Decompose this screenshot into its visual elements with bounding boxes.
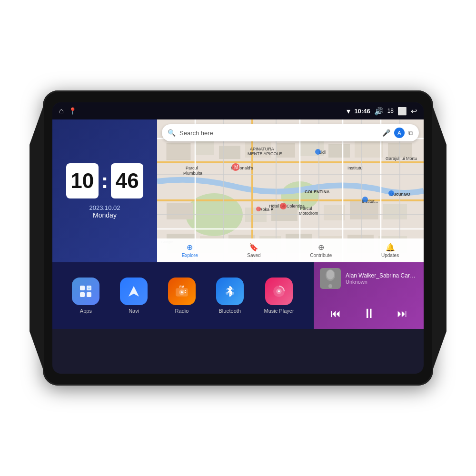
map-nav-saved[interactable]: 🔖 Saved xyxy=(247,243,260,258)
svg-rect-58 xyxy=(185,290,186,291)
account-icon[interactable]: A xyxy=(394,128,405,138)
svg-rect-16 xyxy=(350,201,378,219)
svg-point-44 xyxy=(362,197,368,202)
svg-text:Garajul lui Mortu: Garajul lui Mortu xyxy=(386,156,417,161)
svg-point-71 xyxy=(328,284,332,288)
music-controls: ⏮ ⏸ ⏭ xyxy=(320,304,418,323)
svg-point-63 xyxy=(226,288,228,290)
svg-text:M: M xyxy=(234,165,238,170)
map-search-text: Search here xyxy=(179,129,378,137)
svg-rect-51 xyxy=(80,292,85,297)
clock-date-text: 2023.10.02 xyxy=(89,204,120,211)
clock-day-text: Monday xyxy=(89,211,120,219)
svg-text:Institutul: Institutul xyxy=(347,166,364,170)
music-prev-button[interactable]: ⏮ xyxy=(326,306,346,322)
svg-rect-9 xyxy=(328,144,350,158)
radio-icon: FM xyxy=(168,278,196,305)
clock-display: 10 : 46 xyxy=(66,163,144,198)
music-title: Alan Walker_Sabrina Carpenter_F... xyxy=(346,272,418,279)
app-icon-wrapper-music[interactable]: Music Player xyxy=(264,278,294,314)
updates-icon: 🔔 xyxy=(386,243,395,252)
bluetooth-icon-app xyxy=(216,278,244,305)
status-bar-left: ⌂ 📍 xyxy=(59,107,77,115)
screen: ⌂ 📍 ▾ 10:46 🔊 18 ⬜ ↩ 10 : xyxy=(52,102,424,374)
svg-point-45 xyxy=(388,190,394,196)
clock-date: 2023.10.02 Monday xyxy=(89,204,120,219)
svg-text:Plumbuita: Plumbuita xyxy=(183,171,202,176)
status-bar-right: ▾ 10:46 🔊 18 ⬜ ↩ xyxy=(347,107,417,116)
svg-point-62 xyxy=(231,292,234,295)
app-icon-wrapper-navi[interactable]: Navi xyxy=(120,278,148,314)
music-play-button[interactable]: ⏸ xyxy=(357,304,380,323)
svg-rect-4 xyxy=(195,141,214,155)
contribute-icon: ⊕ xyxy=(318,243,324,252)
svg-marker-54 xyxy=(129,286,139,297)
svg-rect-12 xyxy=(167,203,193,219)
back-icon[interactable]: ↩ xyxy=(411,107,417,116)
svg-text:Hotel Sir Colentina: Hotel Sir Colentina xyxy=(269,204,305,208)
volume-icon: 🔊 xyxy=(374,107,384,116)
map-bottom-bar: ⊕ Explore 🔖 Saved ⊕ Contribute 🔔 xyxy=(157,238,424,262)
svg-rect-52 xyxy=(87,292,91,297)
top-section: 10 : 46 2023.10.02 Monday xyxy=(52,119,424,262)
music-icon xyxy=(265,278,293,305)
svg-point-67 xyxy=(278,290,280,292)
main-area: 10 : 46 2023.10.02 Monday xyxy=(52,119,424,374)
svg-rect-17 xyxy=(383,204,407,219)
music-next-button[interactable]: ⏭ xyxy=(392,306,412,322)
map-nav-explore-label: Explore xyxy=(182,253,198,258)
svg-rect-10 xyxy=(355,141,383,158)
clock-minute: 46 xyxy=(111,163,143,198)
app-icon-wrapper-bluetooth[interactable]: Bluetooth xyxy=(216,278,244,314)
svg-rect-5 xyxy=(219,146,240,159)
map-widget[interactable]: COLENTINA Parcul Plumbuita McDonald's Ho… xyxy=(157,119,424,262)
app-icon-wrapper-apps[interactable]: Apps xyxy=(72,278,99,314)
search-icon: 🔍 xyxy=(168,129,176,137)
map-nav-contribute-label: Contribute xyxy=(310,253,332,258)
music-thumbnail xyxy=(320,268,341,289)
svg-rect-15 xyxy=(324,205,345,220)
clock-widget: 10 : 46 2023.10.02 Monday xyxy=(52,119,157,262)
svg-rect-59 xyxy=(185,292,186,293)
map-nav-saved-label: Saved xyxy=(247,253,260,258)
status-time: 10:46 xyxy=(354,108,370,115)
music-label: Music Player xyxy=(264,308,294,314)
app-icon-wrapper-radio[interactable]: FM Radio xyxy=(168,278,196,314)
layers-icon[interactable]: ⧉ xyxy=(408,129,413,137)
saved-icon: 🔖 xyxy=(249,243,258,252)
svg-point-46 xyxy=(315,149,321,155)
svg-text:FM: FM xyxy=(179,285,184,288)
home-icon[interactable]: ⌂ xyxy=(59,107,64,115)
svg-rect-3 xyxy=(167,143,190,160)
map-search-bar[interactable]: 🔍 Search here 🎤 A ⧉ xyxy=(162,124,419,141)
window-icon[interactable]: ⬜ xyxy=(397,107,407,116)
map-nav-updates-label: Updates xyxy=(381,253,399,258)
map-nav-updates[interactable]: 🔔 Updates xyxy=(381,243,399,258)
svg-point-61 xyxy=(226,292,228,295)
wifi-icon: ▾ xyxy=(347,107,350,116)
battery-level: 18 xyxy=(387,108,394,114)
clock-hour: 10 xyxy=(66,163,99,198)
radio-label: Radio xyxy=(175,308,189,314)
navi-label: Navi xyxy=(129,308,139,314)
map-nav-contribute[interactable]: ⊕ Contribute xyxy=(310,243,332,258)
svg-point-57 xyxy=(181,291,183,293)
svg-text:MENTE APICOLE: MENTE APICOLE xyxy=(248,151,282,156)
svg-point-43 xyxy=(280,203,287,209)
bluetooth-label: Bluetooth xyxy=(219,308,241,314)
svg-text:Parcul: Parcul xyxy=(300,206,312,211)
explore-icon: ⊕ xyxy=(187,243,193,252)
car-head-unit: ⌂ 📍 ▾ 10:46 🔊 18 ⬜ ↩ 10 : xyxy=(43,90,433,386)
maps-icon[interactable]: 📍 xyxy=(69,107,77,115)
svg-rect-49 xyxy=(80,286,85,290)
svg-text:Roka ♥: Roka ♥ xyxy=(259,207,273,212)
mic-icon[interactable]: 🎤 xyxy=(382,129,390,137)
svg-text:APINATURA: APINATURA xyxy=(250,147,274,151)
svg-text:Parcul: Parcul xyxy=(186,166,198,170)
svg-text:COLENTINA: COLENTINA xyxy=(305,189,330,194)
music-info: Alan Walker_Sabrina Carpenter_F... Unkno… xyxy=(320,268,418,289)
map-nav-explore[interactable]: ⊕ Explore xyxy=(182,243,198,258)
svg-point-64 xyxy=(232,288,234,290)
music-player: Alan Walker_Sabrina Carpenter_F... Unkno… xyxy=(314,262,424,329)
map-search-icons: 🎤 A ⧉ xyxy=(382,128,413,138)
